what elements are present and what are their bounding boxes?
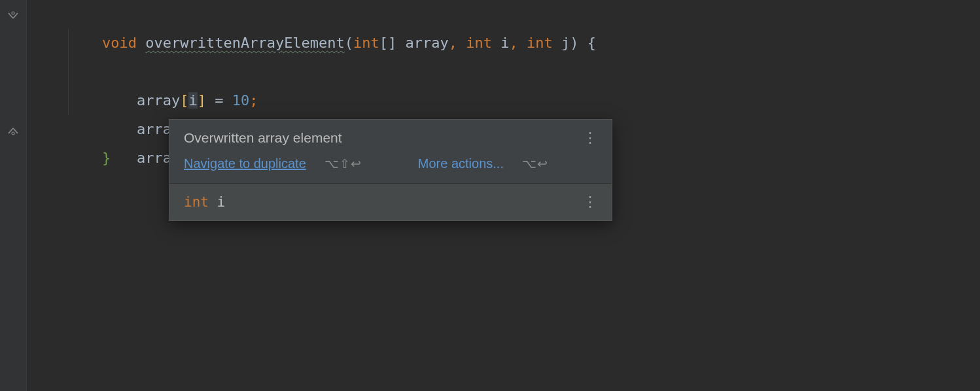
fold-end-icon[interactable] (8, 126, 18, 136)
popup-title: Overwritten array element (184, 130, 342, 146)
popup-kebab-menu-icon[interactable]: ⋮ (583, 133, 597, 143)
indent-guide (68, 86, 69, 115)
indent-guide (68, 29, 69, 58)
inspection-popup-header: Overwritten array element ⋮ Navigate to … (169, 120, 612, 184)
more-actions-link[interactable]: More actions... (418, 156, 504, 171)
inspection-popup: Overwritten array element ⋮ Navigate to … (169, 119, 612, 221)
code-line[interactable]: array[j] = 11; (26, 58, 980, 86)
fold-start-icon[interactable] (8, 10, 18, 21)
svg-point-1 (12, 132, 14, 135)
brace-close: } (102, 150, 111, 166)
keyword-int: int (184, 194, 209, 210)
code-line[interactable]: array[i] = 12; (26, 86, 980, 115)
identifier-i: i (217, 194, 226, 210)
svg-point-0 (12, 12, 14, 14)
quick-doc-section: int i ⋮ (169, 184, 612, 220)
code-line[interactable]: void overwrittenArrayElement(int[] array… (26, 0, 980, 29)
code-line[interactable]: array[i] = 10; (26, 29, 980, 58)
shortcut-label: ⌥↩ (522, 156, 548, 171)
type-info: int i (184, 194, 225, 210)
indent-guide (68, 58, 69, 86)
popup-actions-row: Navigate to duplicate ⌥⇧↩ More actions..… (184, 156, 597, 171)
navigate-to-duplicate-link[interactable]: Navigate to duplicate (184, 156, 306, 171)
gutter (0, 0, 27, 391)
shortcut-label: ⌥⇧↩ (324, 156, 362, 171)
quickdoc-kebab-menu-icon[interactable]: ⋮ (583, 197, 597, 207)
